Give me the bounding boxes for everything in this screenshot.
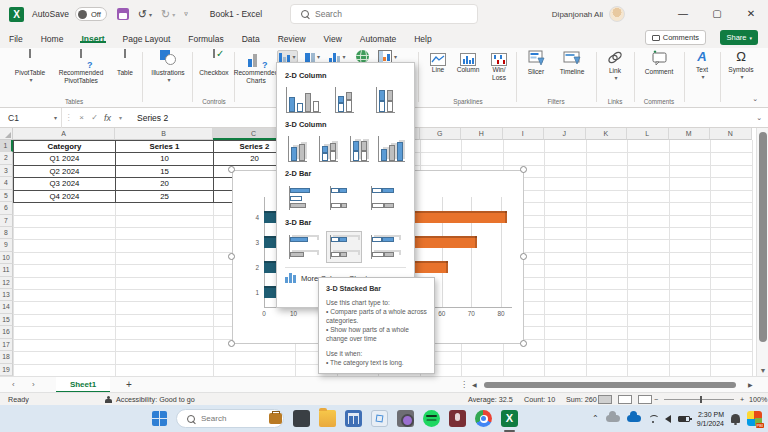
page-break-view-icon[interactable] bbox=[638, 395, 652, 404]
next-sheet-icon[interactable]: › bbox=[32, 377, 35, 393]
chart-type-clustered-bar[interactable] bbox=[285, 182, 321, 214]
column-header-I[interactable]: I bbox=[503, 128, 545, 140]
row-header-5[interactable]: 5 bbox=[0, 190, 13, 202]
select-all-corner[interactable] bbox=[0, 128, 13, 140]
row-header-13[interactable]: 13 bbox=[0, 289, 13, 301]
table-cell[interactable]: 10 bbox=[115, 152, 214, 165]
column-header-L[interactable]: L bbox=[627, 128, 669, 140]
row-header-11[interactable]: 11 bbox=[0, 264, 13, 276]
close-button[interactable]: ✕ bbox=[734, 0, 768, 28]
chart-handle[interactable] bbox=[520, 166, 527, 173]
battery-icon[interactable] bbox=[678, 416, 690, 422]
prev-sheet-icon[interactable]: ‹ bbox=[12, 377, 15, 393]
row-header-12[interactable]: 12 bbox=[0, 277, 13, 289]
row-header-14[interactable]: 14 bbox=[0, 301, 13, 313]
vertical-scrollbar-thumb[interactable] bbox=[759, 132, 767, 342]
chart-type-100%-stacked-column[interactable] bbox=[367, 84, 403, 116]
ribbon-tab-automate[interactable]: Automate bbox=[351, 34, 405, 44]
calculator-icon[interactable] bbox=[345, 410, 362, 427]
row-header-19[interactable]: 19 bbox=[0, 364, 13, 376]
comments-button[interactable]: Comments bbox=[645, 30, 706, 45]
chart-type-3-d-stacked-column[interactable] bbox=[316, 133, 342, 165]
row-header-8[interactable]: 8 bbox=[0, 227, 13, 239]
row-header-15[interactable]: 15 bbox=[0, 314, 13, 326]
row-header-17[interactable]: 17 bbox=[0, 339, 13, 351]
search-input[interactable] bbox=[315, 9, 435, 19]
chart-handle[interactable] bbox=[520, 340, 527, 347]
table-header-cell[interactable]: Category bbox=[13, 140, 116, 153]
column-header-M[interactable]: M bbox=[669, 128, 711, 140]
chart-type-clustered-column[interactable] bbox=[285, 84, 321, 116]
table-cell[interactable]: 20 bbox=[115, 177, 214, 190]
table-cell[interactable]: 25 bbox=[115, 190, 214, 203]
wifi-icon[interactable] bbox=[648, 415, 658, 423]
chart-type-stacked-column[interactable] bbox=[326, 84, 362, 116]
restore-button[interactable]: ▢ bbox=[700, 0, 734, 28]
ribbon-tab-formulas[interactable]: Formulas bbox=[179, 34, 232, 44]
sparkline-winloss-button[interactable]: Win/ Loss bbox=[486, 53, 512, 81]
text-button[interactable]: A Text▾ bbox=[688, 50, 716, 81]
redo-button[interactable]: ↻ bbox=[161, 8, 170, 21]
m365-icon[interactable]: PBI bbox=[747, 411, 762, 426]
snipping-tool-icon[interactable] bbox=[371, 410, 388, 427]
column-header-K[interactable]: K bbox=[586, 128, 628, 140]
timeline-button[interactable]: Timeline bbox=[552, 50, 592, 76]
chart-handle[interactable] bbox=[520, 253, 527, 260]
name-box[interactable]: C1▾ bbox=[0, 108, 62, 128]
chart-type-stacked-bar[interactable] bbox=[326, 182, 362, 214]
expand-formula-bar-icon[interactable]: ⌄ bbox=[756, 114, 762, 122]
row-header-6[interactable]: 6 bbox=[0, 202, 13, 214]
enter-icon[interactable]: ✓ bbox=[88, 113, 101, 122]
row-header-7[interactable]: 7 bbox=[0, 215, 13, 227]
share-button[interactable]: Share▾ bbox=[720, 30, 758, 45]
cancel-icon[interactable]: × bbox=[75, 113, 88, 122]
checkbox-button[interactable]: Checkbox bbox=[196, 50, 232, 77]
scrollbar-dots[interactable]: ⋮ bbox=[460, 377, 468, 393]
chart-handle[interactable] bbox=[228, 166, 235, 173]
customize-qat-icon[interactable]: ▿ bbox=[184, 10, 188, 18]
titlebar-search[interactable] bbox=[290, 4, 478, 24]
table-cell[interactable]: Q3 2024 bbox=[13, 177, 116, 190]
comment-button[interactable]: Comment bbox=[638, 50, 680, 76]
column-header-H[interactable]: H bbox=[461, 128, 503, 140]
autosave-toggle[interactable]: Off bbox=[75, 7, 107, 21]
collapse-ribbon-icon[interactable]: ⌄ bbox=[752, 95, 758, 103]
ribbon-tab-review[interactable]: Review bbox=[269, 34, 315, 44]
row-header-16[interactable]: 16 bbox=[0, 326, 13, 338]
page-layout-view-icon[interactable] bbox=[618, 395, 632, 404]
onedrive-icon[interactable] bbox=[627, 415, 641, 422]
ribbon-tab-data[interactable]: Data bbox=[233, 34, 269, 44]
link-button[interactable]: Link▾ bbox=[600, 50, 630, 82]
table-button[interactable]: Table bbox=[110, 50, 140, 77]
chart-type-3-d-100%-stacked-bar[interactable] bbox=[367, 231, 403, 263]
chart-handle[interactable] bbox=[228, 340, 235, 347]
taskbar-app-dark[interactable] bbox=[293, 410, 310, 427]
table-cell[interactable]: Q1 2024 bbox=[13, 152, 116, 165]
recommended-charts-button[interactable]: ? Recommended Charts bbox=[238, 50, 274, 84]
chart-type-100%-stacked-bar[interactable] bbox=[367, 182, 403, 214]
excel-taskbar-icon[interactable] bbox=[501, 410, 518, 427]
sparkline-column-button[interactable]: Column bbox=[452, 53, 484, 74]
zoom-slider-knob[interactable] bbox=[700, 396, 702, 403]
scroll-right-icon[interactable]: ▶ bbox=[748, 381, 753, 388]
pivottable-button[interactable]: PivotTable▾ bbox=[8, 50, 52, 84]
column-header-B[interactable]: B bbox=[115, 128, 213, 140]
clock[interactable]: 2:30 PM9/1/2024 bbox=[697, 410, 724, 428]
scroll-left-icon[interactable]: ◀ bbox=[472, 381, 477, 388]
chart-type-3-d-clustered-bar[interactable] bbox=[285, 231, 321, 263]
ribbon-tab-insert[interactable]: Insert bbox=[72, 34, 113, 44]
chart-handle[interactable] bbox=[228, 253, 235, 260]
sheet-tab-sheet1[interactable]: Sheet1 bbox=[56, 377, 110, 393]
taskbar-search[interactable] bbox=[176, 409, 284, 428]
table-header-cell[interactable]: Series 1 bbox=[115, 140, 214, 153]
file-explorer-icon[interactable] bbox=[319, 410, 336, 427]
add-sheet-button[interactable]: + bbox=[126, 377, 132, 393]
ribbon-tab-home[interactable]: Home bbox=[32, 34, 73, 44]
row-header-2[interactable]: 2 bbox=[0, 152, 13, 164]
column-header-J[interactable]: J bbox=[544, 128, 586, 140]
ribbon-tab-file[interactable]: File bbox=[0, 34, 32, 44]
normal-view-icon[interactable] bbox=[598, 395, 612, 404]
sparkline-line-button[interactable]: Line bbox=[424, 53, 452, 74]
column-header-N[interactable]: N bbox=[710, 128, 752, 140]
ribbon-tab-page-layout[interactable]: Page Layout bbox=[114, 34, 180, 44]
